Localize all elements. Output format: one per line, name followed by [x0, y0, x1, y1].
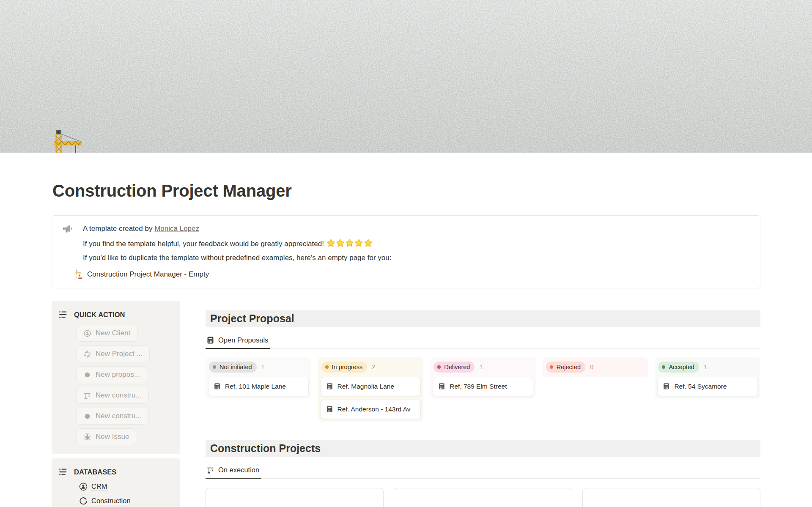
person-dashed-circle-icon	[79, 482, 88, 491]
new-construction-button[interactable]: New constru...	[76, 387, 149, 404]
gallery-card[interactable]	[206, 488, 384, 507]
main-content: Project Proposal Open Proposals Not init…	[206, 301, 760, 507]
solid-circle-icon	[83, 371, 91, 379]
megaphone-icon	[62, 223, 74, 235]
calculator-icon	[326, 406, 333, 413]
status-label: Delivered	[444, 364, 470, 370]
status-dot-icon	[550, 365, 553, 369]
tab-on-execution[interactable]: On execution	[206, 463, 261, 479]
cover-image	[0, 0, 812, 153]
new-client-button[interactable]: New Client	[76, 325, 137, 342]
status-badge[interactable]: Accepted	[658, 362, 699, 373]
construction-tabs: On execution	[206, 463, 760, 479]
status-label: In progress	[332, 364, 363, 370]
new-issue-button[interactable]: New Issue	[76, 428, 136, 445]
new-project-button[interactable]: New Project ...	[76, 345, 150, 362]
cycle-icon	[79, 496, 88, 506]
proposal-card[interactable]: Ref. Magnolia Lane	[321, 377, 421, 396]
feedback-text: If you find the template helpful, your f…	[83, 240, 324, 248]
button-label: New Issue	[96, 433, 129, 441]
card-title: Ref. 101 Maple Lane	[225, 382, 286, 391]
column-count: 0	[590, 364, 593, 370]
status-label: Not initiated	[219, 364, 252, 370]
gallery-card[interactable]	[582, 488, 760, 507]
crane-icon	[75, 270, 84, 280]
button-label: New constru...	[96, 391, 142, 400]
status-dot-icon	[662, 365, 665, 369]
empty-page-link-row[interactable]: Construction Project Manager - Empty	[75, 270, 752, 280]
card-title: Ref. 54 Sycamore	[674, 382, 727, 391]
status-badge[interactable]: Rejected	[546, 362, 585, 373]
button-label: New constru...	[96, 412, 142, 420]
status-label: Rejected	[557, 364, 581, 370]
status-dot-icon	[325, 365, 329, 369]
column-count: 1	[479, 364, 483, 370]
board-column-delivered: Delivered 1 Ref. 789 Elm Street	[430, 357, 536, 399]
tab-label: Open Proposals	[218, 336, 268, 344]
new-proposal-button[interactable]: New propos...	[76, 366, 147, 383]
db-item-label: Construction	[91, 497, 131, 505]
divider	[52, 210, 760, 210]
calculator-icon	[663, 383, 670, 390]
page-title: Construction Project Manager	[52, 181, 760, 200]
quick-action-panel: QUICK ACTION New Client New Project ... …	[52, 301, 180, 454]
board-column-rejected: Rejected 0	[543, 357, 648, 377]
proposal-card[interactable]: Ref. Anderson - 143rd Av	[321, 400, 421, 419]
crane-outline-icon	[83, 392, 91, 400]
five-stars-icon	[326, 238, 373, 247]
proposal-kanban-board: Not initiated 1 Ref. 101 Maple Lane In p…	[206, 357, 760, 422]
databases-title: DATABASES	[74, 468, 116, 476]
board-column-not-initiated: Not initiated 1 Ref. 101 Maple Lane	[206, 357, 311, 399]
board-column-in-progress: In progress 2 Ref. Magnolia Lane Ref. An…	[318, 357, 424, 422]
status-badge[interactable]: Not initiated	[209, 362, 257, 373]
column-count: 1	[704, 364, 707, 370]
status-dot-icon	[213, 365, 216, 369]
section-heading: Construction Projects	[210, 442, 321, 455]
column-count: 2	[372, 364, 375, 370]
sidebar-item-construction[interactable]: Construction	[79, 496, 173, 506]
sidebar: QUICK ACTION New Client New Project ... …	[52, 301, 180, 507]
crane-outline-icon	[206, 466, 214, 474]
proposal-tabs: Open Proposals	[206, 334, 760, 349]
calculator-icon	[214, 383, 221, 390]
template-callout: A template created by Monica Lopez If yo…	[52, 215, 760, 288]
databases-panel: DATABASES CRM Construction	[52, 458, 180, 507]
new-construction-button-2[interactable]: New constru...	[76, 408, 149, 425]
card-title: Ref. 789 Elm Street	[450, 382, 507, 391]
button-label: New Project ...	[96, 350, 143, 358]
list-icon	[58, 467, 69, 477]
construction-projects-heading-band: Construction Projects	[206, 440, 760, 457]
list-icon	[58, 310, 69, 320]
author-link[interactable]: Monica Lopez	[154, 225, 199, 233]
feedback-line: If you find the template helpful, your f…	[83, 238, 373, 249]
tab-label: On execution	[218, 466, 259, 474]
board-column-accepted: Accepted 1 Ref. 54 Sycamore	[655, 357, 760, 399]
proposal-card[interactable]: Ref. 54 Sycamore	[657, 377, 758, 396]
card-title: Ref. Magnolia Lane	[337, 382, 394, 391]
stucco-texture	[0, 0, 812, 153]
page-icon-construction-crane[interactable]	[52, 127, 96, 153]
proposal-card[interactable]: Ref. 789 Elm Street	[433, 377, 533, 396]
section-heading: Project Proposal	[210, 312, 294, 325]
proposal-card[interactable]: Ref. 101 Maple Lane	[208, 377, 309, 396]
project-proposal-heading-band: Project Proposal	[206, 310, 760, 327]
created-by-text: A template created by	[83, 225, 154, 233]
card-title: Ref. Anderson - 143rd Av	[337, 405, 411, 414]
solid-circle-icon	[83, 412, 91, 420]
created-by-line: A template created by Monica Lopez	[83, 224, 199, 234]
status-dot-icon	[437, 365, 441, 369]
column-count: 1	[261, 364, 265, 370]
person-dashed-circle-icon	[83, 329, 91, 337]
bug-icon	[83, 433, 91, 441]
tab-open-proposals[interactable]: Open Proposals	[206, 334, 270, 349]
burst-icon	[83, 350, 91, 358]
button-label: New propos...	[96, 370, 140, 379]
calculator-icon	[326, 383, 333, 390]
status-badge[interactable]: Delivered	[433, 362, 475, 373]
sidebar-item-crm[interactable]: CRM	[79, 482, 173, 491]
gallery-card[interactable]	[394, 488, 572, 507]
empty-page-link[interactable]: Construction Project Manager - Empty	[87, 270, 209, 279]
duplicate-text: If you'd like to duplicate the template …	[83, 253, 391, 263]
status-badge[interactable]: In progress	[321, 362, 368, 373]
construction-gallery	[206, 488, 760, 507]
